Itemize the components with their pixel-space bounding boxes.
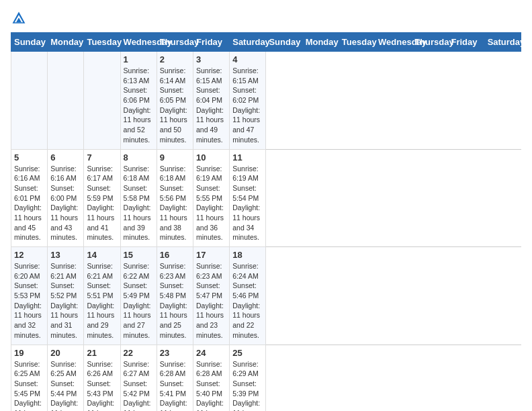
day-info-line: Daylight: 11 hours <box>87 203 117 222</box>
day-info-line: and 34 minutes. <box>232 223 263 242</box>
calendar-cell: 21Sunrise: 6:26 AMSunset: 5:43 PMDayligh… <box>84 345 120 411</box>
day-info-line: Daylight: 11 hours <box>124 398 154 411</box>
calendar-week-row: 5Sunrise: 6:16 AMSunset: 6:01 PMDaylight… <box>11 149 521 247</box>
day-info-line: Sunrise: 6:15 AM <box>232 66 263 85</box>
header-col-monday: Monday <box>302 33 339 52</box>
day-number: 19 <box>14 348 44 358</box>
logo-triangle-icon <box>11 11 26 26</box>
day-info-line: Daylight: 11 hours <box>50 398 81 411</box>
day-number: 11 <box>232 152 263 163</box>
day-info-line: Sunset: 5:56 PM <box>160 183 190 203</box>
day-info-line: Sunset: 5:59 PM <box>87 183 117 203</box>
day-info-line: Daylight: 11 hours <box>50 301 81 320</box>
day-info-line: Sunrise: 6:18 AM <box>160 164 190 183</box>
header-tuesday: Tuesday <box>84 33 120 52</box>
day-info-line: and 38 minutes. <box>160 223 190 242</box>
day-info-line: Sunrise: 6:19 AM <box>232 164 263 183</box>
day-info-line: Sunrise: 6:23 AM <box>160 261 190 281</box>
day-info-line: Sunset: 5:49 PM <box>124 281 154 300</box>
calendar-cell: 3Sunrise: 6:15 AMSunset: 6:04 PMDaylight… <box>193 52 230 150</box>
calendar-cell <box>84 52 120 150</box>
calendar-cell: 6Sunrise: 6:16 AMSunset: 6:00 PMDaylight… <box>48 149 84 247</box>
day-info-line: Daylight: 11 hours <box>232 301 263 320</box>
day-info-line: Sunset: 6:00 PM <box>50 183 81 203</box>
day-number: 5 <box>14 152 44 163</box>
header-col-thursday: Thursday <box>412 33 448 52</box>
day-info-line: and 29 minutes. <box>87 320 117 340</box>
calendar-cell: 24Sunrise: 6:28 AMSunset: 5:40 PMDayligh… <box>193 345 230 411</box>
calendar-cell <box>48 52 84 150</box>
day-info-line: Sunset: 5:43 PM <box>87 379 117 398</box>
day-number: 23 <box>160 348 190 358</box>
day-number: 9 <box>160 152 190 163</box>
day-info-line: Sunset: 5:44 PM <box>50 379 81 398</box>
day-info-line: Daylight: 11 hours <box>196 203 226 222</box>
day-number: 3 <box>196 54 226 64</box>
day-info-line: Sunset: 5:40 PM <box>196 379 226 398</box>
logo <box>11 11 26 24</box>
day-info-line: and 50 minutes. <box>160 125 190 144</box>
day-info-line: Daylight: 11 hours <box>196 301 226 320</box>
day-info-line: Sunset: 5:48 PM <box>160 281 190 300</box>
day-info-line: Sunset: 5:39 PM <box>232 379 263 398</box>
day-number: 18 <box>232 250 263 260</box>
day-number: 16 <box>160 250 190 260</box>
day-number: 24 <box>196 348 226 358</box>
header-col-sunday: Sunday <box>266 33 302 52</box>
calendar-cell: 12Sunrise: 6:20 AMSunset: 5:53 PMDayligh… <box>11 247 48 345</box>
day-info-line: Sunrise: 6:16 AM <box>14 164 44 183</box>
day-info-line: Daylight: 11 hours <box>196 105 226 125</box>
calendar-cell: 20Sunrise: 6:25 AMSunset: 5:44 PMDayligh… <box>48 345 84 411</box>
day-info-line: Daylight: 11 hours <box>14 398 44 411</box>
day-info-line: and 52 minutes. <box>124 125 154 144</box>
day-info-line: Daylight: 11 hours <box>160 203 190 222</box>
day-number: 12 <box>14 250 44 260</box>
calendar-cell: 1Sunrise: 6:13 AMSunset: 6:06 PMDaylight… <box>120 52 157 150</box>
calendar-cell: 9Sunrise: 6:18 AMSunset: 5:56 PMDaylight… <box>157 149 193 247</box>
day-info-line: Daylight: 11 hours <box>87 398 117 411</box>
header-col-wednesday: Wednesday <box>375 33 412 52</box>
day-info-line: and 27 minutes. <box>124 320 154 340</box>
day-info-line: Daylight: 11 hours <box>14 301 44 320</box>
day-info-line: and 41 minutes. <box>87 223 117 242</box>
day-info-line: and 49 minutes. <box>196 125 226 144</box>
calendar-cell: 7Sunrise: 6:17 AMSunset: 5:59 PMDaylight… <box>84 149 120 247</box>
day-info-line: Sunset: 5:53 PM <box>14 281 44 300</box>
day-info-line: Sunset: 5:41 PM <box>160 379 190 398</box>
day-info-line: Sunrise: 6:14 AM <box>160 66 190 85</box>
header-thursday: Thursday <box>157 33 193 52</box>
day-info-line: Daylight: 11 hours <box>124 105 154 125</box>
day-number: 21 <box>87 348 117 358</box>
calendar-cell <box>11 52 48 150</box>
page-header <box>11 11 521 24</box>
day-number: 10 <box>196 152 226 163</box>
day-info-line: Sunrise: 6:21 AM <box>87 261 117 281</box>
day-number: 1 <box>124 54 154 64</box>
day-number: 6 <box>50 152 81 163</box>
day-number: 20 <box>50 348 81 358</box>
day-info-line: Daylight: 11 hours <box>232 398 263 411</box>
day-info-line: Sunrise: 6:16 AM <box>50 164 81 183</box>
day-info-line: Sunset: 5:55 PM <box>196 183 226 203</box>
day-info-line: Sunset: 6:02 PM <box>232 85 263 105</box>
calendar-cell: 16Sunrise: 6:23 AMSunset: 5:48 PMDayligh… <box>157 247 193 345</box>
day-info-line: Sunset: 5:58 PM <box>124 183 154 203</box>
calendar-cell: 22Sunrise: 6:27 AMSunset: 5:42 PMDayligh… <box>120 345 157 411</box>
calendar-cell: 4Sunrise: 6:15 AMSunset: 6:02 PMDaylight… <box>230 52 266 150</box>
day-info-line: Daylight: 11 hours <box>14 203 44 222</box>
day-info-line: Sunset: 5:47 PM <box>196 281 226 300</box>
day-info-line: Sunrise: 6:23 AM <box>196 261 226 281</box>
day-info-line: and 45 minutes. <box>14 223 44 242</box>
day-number: 4 <box>232 54 263 64</box>
day-info-line: Daylight: 11 hours <box>87 301 117 320</box>
day-info-line: Sunrise: 6:29 AM <box>232 359 263 379</box>
day-info-line: Sunset: 6:01 PM <box>14 183 44 203</box>
header-sunday: Sunday <box>11 33 48 52</box>
day-info-line: Sunset: 5:45 PM <box>14 379 44 398</box>
day-info-line: and 36 minutes. <box>196 223 226 242</box>
header-saturday: Saturday <box>230 33 266 52</box>
day-info-line: and 47 minutes. <box>232 125 263 144</box>
day-number: 8 <box>124 152 154 163</box>
calendar-week-row: 12Sunrise: 6:20 AMSunset: 5:53 PMDayligh… <box>11 247 521 345</box>
header-wednesday: Wednesday <box>120 33 157 52</box>
